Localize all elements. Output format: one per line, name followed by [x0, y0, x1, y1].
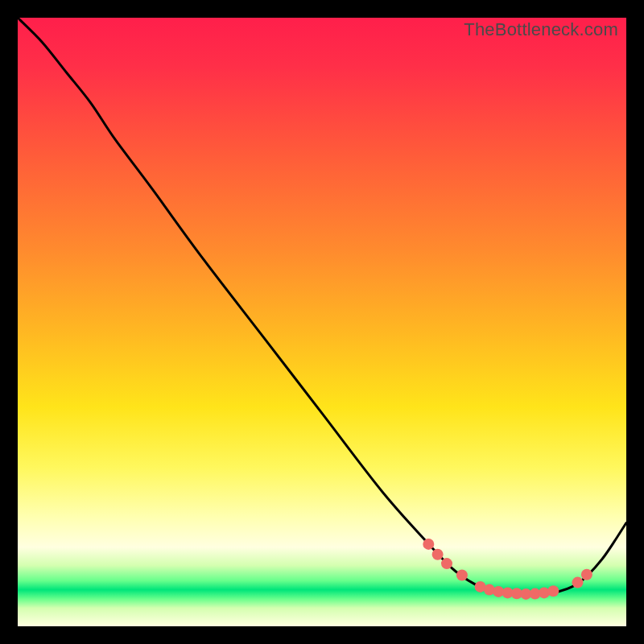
data-marker — [581, 569, 592, 580]
data-marker — [547, 585, 559, 597]
data-marker — [423, 539, 434, 550]
data-marker — [572, 577, 584, 588]
data-marker — [456, 570, 468, 581]
bottleneck-curve — [18, 18, 626, 594]
data-markers — [423, 539, 592, 600]
plot-area: TheBottleneck.com — [18, 18, 626, 626]
chart-stage: TheBottleneck.com — [0, 0, 644, 644]
chart-svg — [18, 18, 626, 626]
data-marker — [432, 549, 444, 560]
data-marker — [441, 558, 452, 569]
